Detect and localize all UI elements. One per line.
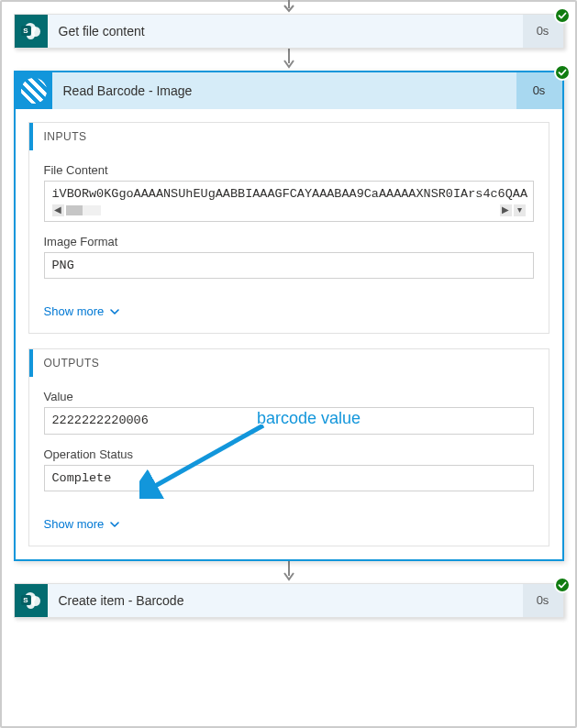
show-more-inputs[interactable]: Show more (44, 304, 121, 318)
horizontal-scrollbar[interactable]: ◀ ▶ ▾ (52, 204, 526, 216)
step-header[interactable]: Read Barcode - Image 0s (16, 72, 562, 109)
step-body: INPUTS File Content iVBORw0KGgoAAAANSUhE… (16, 109, 562, 559)
sharepoint-icon: S (15, 15, 48, 48)
step-title: Get file content (48, 15, 523, 48)
scroll-right-icon[interactable]: ▶ (500, 204, 512, 216)
file-content-text: iVBORw0KGgoAAAANSUhEUgAABBIAAAGFCAYAAABA… (52, 187, 527, 201)
flow-arrow (282, 49, 296, 71)
step-duration: 0s (516, 72, 562, 109)
field-label: Operation Status (44, 447, 534, 461)
outputs-section: OUTPUTS Value 2222222220006 Operation St… (28, 348, 549, 546)
step-create-item-barcode[interactable]: S Create item - Barcode 0s (14, 583, 564, 618)
field-value-output: Value 2222222220006 (44, 390, 534, 435)
chevron-down-icon (109, 306, 120, 317)
show-more-label: Show more (44, 304, 105, 318)
field-value[interactable]: PNG (44, 252, 534, 280)
scroll-down-icon[interactable]: ▾ (514, 204, 526, 216)
step-title: Read Barcode - Image (52, 72, 516, 109)
field-file-content: File Content iVBORw0KGgoAAAANSUhEUgAABBI… (44, 163, 534, 222)
step-read-barcode-image[interactable]: Read Barcode - Image 0s INPUTS File Cont… (14, 71, 564, 561)
success-icon (554, 7, 571, 24)
sharepoint-icon: S (15, 584, 48, 617)
field-operation-status: Operation Status Complete (44, 447, 534, 492)
field-value[interactable]: 2222222220006 (44, 407, 534, 435)
field-value[interactable]: Complete (44, 465, 534, 492)
section-heading: OUTPUTS (33, 349, 100, 377)
field-image-format: Image Format PNG (44, 235, 534, 280)
field-label: File Content (44, 163, 534, 177)
field-label: Image Format (44, 235, 534, 248)
scroll-left-icon[interactable]: ◀ (52, 204, 64, 216)
field-value[interactable]: iVBORw0KGgoAAAANSUhEUgAABBIAAAGFCAYAAABA… (44, 181, 534, 222)
inputs-section: INPUTS File Content iVBORw0KGgoAAAANSUhE… (28, 122, 549, 334)
flow-arrow (282, 1, 296, 14)
chevron-down-icon (109, 519, 120, 530)
barcode-connector-icon (16, 72, 52, 109)
show-more-label: Show more (44, 517, 105, 531)
show-more-outputs[interactable]: Show more (44, 517, 121, 531)
step-title: Create item - Barcode (48, 584, 523, 617)
field-label: Value (44, 390, 534, 403)
flow-arrow (282, 561, 296, 583)
success-icon (554, 577, 571, 593)
step-get-file-content[interactable]: S Get file content 0s (14, 14, 564, 49)
section-heading: INPUTS (33, 123, 87, 150)
success-icon (554, 64, 571, 81)
